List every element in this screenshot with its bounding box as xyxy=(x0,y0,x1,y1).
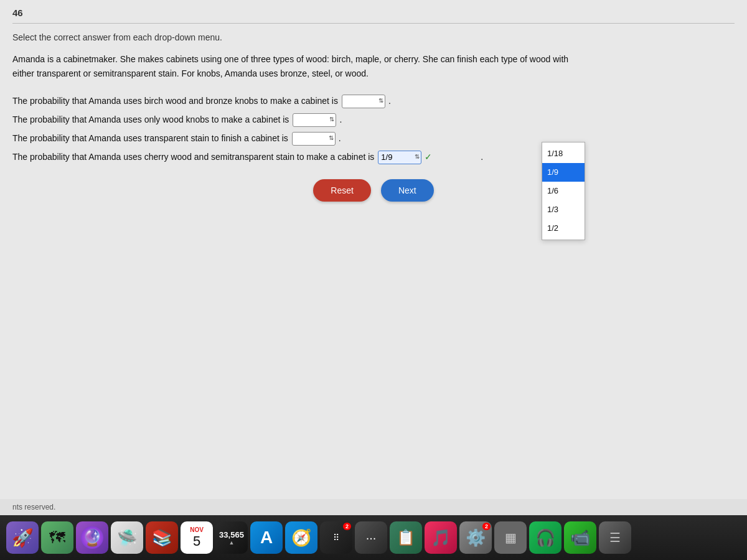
buttons-area: Reset Next xyxy=(12,179,735,202)
dropdown-wrapper-1[interactable]: 1/18 1/9 1/6 1/3 1/2 xyxy=(342,92,385,110)
next-button[interactable]: Next xyxy=(381,179,434,202)
dock-calendar-month: NOV xyxy=(190,526,204,533)
dock-stocks[interactable]: 33,565 ▲ xyxy=(215,521,248,554)
period-1: . xyxy=(388,92,391,110)
dock-siri[interactable]: 🔮 xyxy=(76,521,108,554)
dropdown-open-popup[interactable]: 1/18 1/9 1/6 1/3 1/2 xyxy=(542,142,585,240)
dock-rocket[interactable]: 🛸 xyxy=(111,521,143,554)
question-text-2: The probability that Amanda uses only wo… xyxy=(12,111,289,128)
dock-facetime[interactable]: 📹 xyxy=(564,521,596,554)
dock-stocks-value: 33,565 xyxy=(219,530,244,539)
questions-area: The probability that Amanda uses birch w… xyxy=(12,92,735,166)
instruction: Select the correct answer from each drop… xyxy=(12,32,735,42)
dock-safari[interactable]: 🧭 xyxy=(285,521,317,554)
dock-dots-badge: 2 xyxy=(343,523,351,530)
main-content: 46 Select the correct answer from each d… xyxy=(0,0,747,499)
question-line-2: The probability that Amanda uses only wo… xyxy=(12,111,735,128)
dropdown-option-1/18[interactable]: 1/18 xyxy=(542,144,585,163)
dock-music[interactable]: 🎵 xyxy=(425,521,457,554)
question-text-1: The probability that Amanda uses birch w… xyxy=(12,92,338,110)
dropdown-q2[interactable]: 1/18 1/9 1/6 1/3 1/2 xyxy=(293,113,336,127)
dropdown-wrapper-3[interactable]: 1/18 1/9 1/6 1/3 1/2 xyxy=(292,129,336,147)
period-2: . xyxy=(339,111,342,128)
dock-system-item[interactable]: ▦ xyxy=(494,521,527,554)
dropdown-option-1/2[interactable]: 1/2 xyxy=(542,219,585,238)
question-line-3: The probability that Amanda uses transpa… xyxy=(12,129,735,147)
footer-copyright: nts reserved. xyxy=(0,499,747,515)
dock-dots[interactable]: ⠿ 2 xyxy=(320,521,352,554)
period-4: . xyxy=(481,148,483,166)
dock-calendar-day: 5 xyxy=(193,533,200,549)
dropdown-wrapper-2[interactable]: 1/18 1/9 1/6 1/3 1/2 xyxy=(293,111,336,128)
dock-maps[interactable]: 🗺 xyxy=(41,521,73,554)
dock-calendar[interactable]: NOV 5 xyxy=(181,521,213,554)
dock-stocks-label: ▲ xyxy=(229,539,235,546)
passage: Amanda is a cabinetmaker. She makes cabi… xyxy=(12,52,573,81)
dock-messages[interactable]: ··· xyxy=(355,521,387,554)
question-text-3: The probability that Amanda uses transpa… xyxy=(12,129,288,147)
question-text-4: The probability that Amanda uses cherry … xyxy=(12,148,374,166)
checkmark-icon: ✓ xyxy=(425,148,432,166)
dropdown-option-1/3[interactable]: 1/3 xyxy=(542,200,585,219)
period-3: . xyxy=(339,129,341,147)
dropdown-q1[interactable]: 1/18 1/9 1/6 1/3 1/2 xyxy=(342,95,385,108)
dock-system-preferences[interactable]: ⚙️ 2 xyxy=(459,521,492,554)
dock-launchpad[interactable]: 🚀 xyxy=(6,521,39,554)
reset-button[interactable]: Reset xyxy=(313,179,371,202)
dropdown-option-1/9[interactable]: 1/9 xyxy=(542,163,585,182)
dock-filemanager[interactable]: 📋 xyxy=(390,521,422,554)
dropdown-q4[interactable]: 1/18 1/9 1/6 1/3 1/2 xyxy=(378,151,421,164)
dock-appstore[interactable]: A xyxy=(250,521,283,554)
dock-spotify[interactable]: 🎧 xyxy=(529,521,561,554)
dock: 🚀 🗺 🔮 🛸 📚 NOV 5 33,565 ▲ A 🧭 ⠿ 2 ··· 📋 🎵 xyxy=(0,515,747,560)
dock-misc-item[interactable]: ☰ xyxy=(599,521,631,554)
dropdown-wrapper-4[interactable]: 1/18 1/9 1/6 1/3 1/2 xyxy=(378,148,421,166)
question-number: 46 xyxy=(12,7,735,24)
dock-books[interactable]: 📚 xyxy=(146,521,178,554)
dropdown-option-1/6[interactable]: 1/6 xyxy=(542,182,585,200)
question-line-4: The probability that Amanda uses cherry … xyxy=(12,148,735,166)
dropdown-q3[interactable]: 1/18 1/9 1/6 1/3 1/2 xyxy=(292,132,336,146)
dock-gear-badge: 2 xyxy=(482,523,491,530)
question-line-1: The probability that Amanda uses birch w… xyxy=(12,92,735,110)
